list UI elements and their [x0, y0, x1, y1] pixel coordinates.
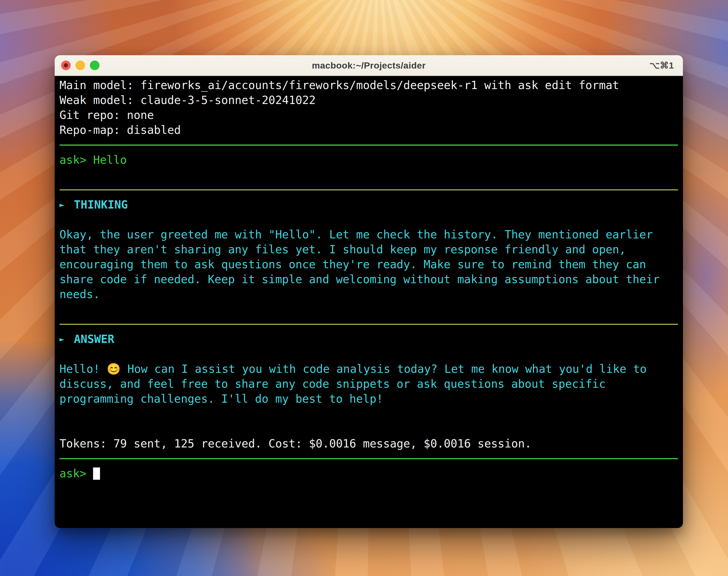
blank-line — [59, 406, 678, 421]
green-rule — [59, 458, 678, 459]
prompt-label: ask> — [59, 152, 86, 168]
startup-line-git-repo: Git repo: none — [59, 108, 678, 123]
answer-header: ► ANSWER — [59, 332, 678, 347]
separator-row — [59, 182, 678, 197]
yellow-rule — [59, 324, 678, 325]
startup-line-repo-map: Repo-map: disabled — [59, 123, 678, 138]
prompt-user-input: Hello — [93, 152, 127, 168]
window-title: macbook:~/Projects/aider — [55, 60, 683, 71]
blank-line — [59, 421, 678, 436]
separator-row — [59, 138, 678, 152]
prompt-row-history: ask> Hello — [59, 152, 678, 168]
prompt-row-active[interactable]: ask> — [59, 466, 678, 481]
text-cursor — [93, 467, 100, 480]
green-rule — [59, 145, 678, 146]
yellow-rule — [59, 189, 678, 191]
blank-line — [59, 168, 678, 182]
terminal-window[interactable]: macbook:~/Projects/aider ⌥⌘1 Main model:… — [55, 55, 683, 528]
triangle-marker-icon: ► — [59, 197, 64, 212]
startup-line-main-model: Main model: fireworks_ai/accounts/firewo… — [59, 78, 678, 93]
thinking-header: ► THINKING — [59, 197, 678, 212]
blank-line — [59, 347, 678, 362]
thinking-body: Okay, the user greeted me with "Hello". … — [59, 227, 678, 302]
separator-row — [59, 451, 678, 466]
triangle-marker-icon: ► — [59, 332, 64, 347]
answer-body: Hello! 😊 How can I assist you with code … — [59, 362, 678, 406]
thinking-header-label: THINKING — [74, 197, 128, 212]
token-stats-line: Tokens: 79 sent, 125 received. Cost: $0.… — [59, 436, 678, 451]
blank-line — [59, 212, 678, 227]
terminal-content[interactable]: Main model: fireworks_ai/accounts/firewo… — [55, 76, 683, 528]
prompt-label: ask> — [59, 466, 86, 481]
startup-line-weak-model: Weak model: claude-3-5-sonnet-20241022 — [59, 93, 678, 108]
separator-row — [59, 317, 678, 332]
answer-header-label: ANSWER — [74, 332, 114, 347]
window-shortcut-badge: ⌥⌘1 — [649, 60, 674, 71]
window-titlebar[interactable]: macbook:~/Projects/aider ⌥⌘1 — [55, 55, 683, 76]
blank-line — [59, 302, 678, 317]
